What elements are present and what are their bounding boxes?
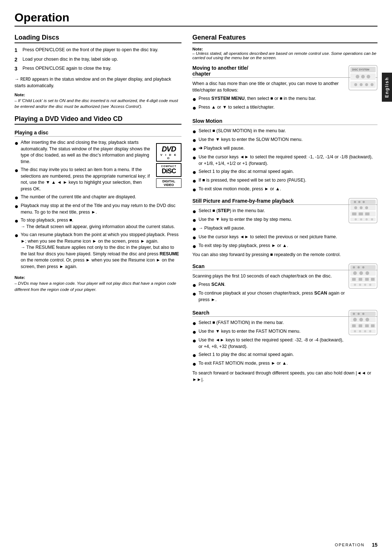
right-column: General Features Note: – Unless stated, …	[192, 34, 377, 383]
bullet-item-6: ● You can resume playback from the point…	[15, 232, 181, 270]
svg-rect-43	[371, 278, 375, 281]
svg-rect-40	[352, 278, 356, 281]
moving-bullets: ● Press SYSTEM MENU, then select ■ or ■ …	[192, 96, 377, 111]
loading-step-3: 3 Press OPEN/CLOSE again to close the tr…	[15, 65, 181, 73]
footer-page-number: 15	[372, 542, 377, 548]
dvd-logo: DVD V I D E O	[156, 143, 181, 162]
search-bullet-5: ●To exit FAST MOTION mode, press ► or ▲.	[192, 360, 377, 367]
sm-bullet-2: ●Use the ▼ keys to enter the SLOW MOTION…	[192, 137, 377, 143]
remote-img-scan	[348, 263, 377, 290]
svg-rect-41	[359, 278, 362, 281]
svg-point-65	[359, 330, 361, 332]
svg-point-45	[354, 284, 356, 286]
dvd-note: Note: – DVDs may have a region code. You…	[15, 275, 181, 292]
svg-point-8	[354, 83, 357, 86]
svg-point-11	[371, 83, 373, 86]
general-note: Note: – Unless stated, all operations de…	[192, 47, 377, 60]
page: English Operation Loading Discs 1 Press …	[0, 0, 392, 555]
svg-point-48	[369, 284, 371, 286]
loading-step-2: 2 Load your chosen disc in the tray, lab…	[15, 56, 181, 64]
svg-point-16	[363, 201, 365, 203]
search-extra: To search forward or backward through di…	[192, 370, 377, 383]
remote-img-search	[348, 310, 377, 336]
svg-point-20	[365, 206, 368, 209]
bullet-item-2: ● The disc may invite you to select an i…	[15, 167, 152, 192]
bullet-item-1: ● After inserting the disc and closing t…	[15, 139, 152, 165]
search-bullet-4: ●Select 1 to play the disc at normal spe…	[192, 352, 377, 358]
moving-section: DISC SYSTEM Moving to another title/chap…	[192, 65, 377, 113]
svg-point-14	[354, 201, 356, 203]
svg-point-37	[359, 271, 363, 275]
search-bullet-3: ●Use the ◄► keys to select the required …	[192, 337, 345, 350]
disc-logos: DVD V I D E O COMPACT DiSC DIGITAL VIDEO	[156, 143, 181, 188]
sm-bullet-4: ●Use the cursor keys ◄► to select the re…	[192, 154, 377, 167]
svg-point-26	[355, 218, 357, 220]
search-bullet-2: ●Use the ▼ keys to enter the FAST MOTION…	[192, 328, 345, 335]
step-num-2: 2	[15, 56, 20, 64]
remote-img-moving: DISC SYSTEM	[348, 65, 377, 92]
svg-point-33	[358, 266, 360, 268]
playing-dvd-title: Playing a DVD Video and Video CD	[15, 115, 181, 125]
left-column: Loading Discs 1 Press OPEN/CLOSE on the …	[15, 34, 181, 383]
svg-text:DISC   SYSTEM: DISC SYSTEM	[352, 68, 369, 71]
moving-bullet-1: ● Press SYSTEM MENU, then select ■ or ■ …	[192, 96, 377, 102]
svg-point-47	[364, 284, 366, 286]
search-bullet-1: ●Select ■ (FAST MOTION) in the menu bar.	[192, 320, 345, 327]
ready-text: → RERD appears in the status window and …	[15, 76, 181, 89]
svg-point-46	[359, 284, 361, 286]
svg-point-57	[366, 318, 369, 321]
svg-point-6	[367, 75, 370, 78]
svg-point-38	[366, 271, 369, 275]
svg-point-36	[353, 271, 357, 275]
step-num-1: 1	[15, 47, 20, 54]
moving-bullet-2: ● Press ▲ or ▼ to select a title/chapter…	[192, 104, 377, 111]
svg-point-18	[354, 206, 357, 209]
remote-img-still	[348, 198, 377, 224]
page-title: Operation	[15, 11, 377, 27]
still-picture-extra: You can also step forward by pressing ■ …	[192, 252, 377, 258]
loading-steps-list: 1 Press OPEN/CLOSE on the front of the p…	[15, 47, 181, 73]
sp-bullet-3: ●→ Playback will pause.	[192, 225, 345, 232]
svg-rect-24	[365, 212, 369, 215]
sm-bullet-1: ●Select ■ (SLOW MOTION) in the menu bar.	[192, 128, 377, 135]
bullet-item-4: ● Playback may stop at the end of the Ti…	[15, 203, 181, 215]
slow-motion-subtitle: Slow Motion	[192, 118, 377, 125]
svg-rect-23	[359, 212, 363, 215]
general-features-title: General Features	[192, 34, 377, 43]
sp-bullet-5: ●To exit step by step playback, press ► …	[192, 243, 377, 250]
svg-rect-62	[371, 324, 375, 327]
sp-bullet-1: ●Select ■ (STEP) in the menu bar.	[192, 208, 345, 215]
sm-bullet-5: ●Select 1 to play the disc at normal spe…	[192, 169, 377, 175]
svg-point-29	[371, 218, 373, 220]
scan-bullet-2: ●To continue playback at your chosen cha…	[192, 290, 345, 303]
page-footer: Operation 15	[335, 542, 377, 548]
svg-rect-42	[365, 278, 369, 281]
svg-point-34	[362, 266, 364, 268]
svg-point-28	[366, 218, 368, 220]
svg-rect-61	[365, 324, 369, 327]
sm-bullet-6: ●If ■ is pressed, the speed will be set …	[192, 177, 377, 184]
svg-rect-17	[350, 205, 376, 210]
svg-point-9	[360, 83, 363, 86]
sp-bullet-2: ●Use the ▼ key to enter the step by step…	[192, 216, 345, 223]
step-num-3: 3	[15, 65, 20, 73]
scan-section: Scan Scanning plays the first 10 seconds…	[192, 263, 377, 305]
svg-point-51	[353, 313, 355, 315]
bullet-item-5: ● To stop playback, press ■. → The defau…	[15, 217, 181, 230]
loading-step-1: 1 Press OPEN/CLOSE on the front of the p…	[15, 47, 181, 54]
side-tab: English	[382, 73, 392, 102]
svg-point-15	[358, 201, 360, 203]
loading-discs-title: Loading Discs	[15, 34, 181, 43]
footer-label: Operation	[335, 543, 364, 547]
playing-disc-content: DVD V I D E O COMPACT DiSC DIGITAL VIDEO…	[15, 139, 181, 272]
scan-bullet-1: ●Press SCAN.	[192, 281, 345, 288]
loading-note: Note: – If 'Child Lock' is set to ON and…	[15, 92, 181, 109]
still-picture-section: Still Picture and Frame-by-frame playbac…	[192, 198, 377, 258]
svg-point-52	[358, 313, 360, 315]
svg-point-66	[364, 330, 366, 332]
svg-point-55	[353, 318, 357, 321]
bullet-item-3: ● The number of the current title and ch…	[15, 194, 181, 201]
svg-point-56	[359, 318, 363, 321]
svg-point-19	[360, 206, 363, 209]
svg-point-27	[360, 218, 362, 220]
